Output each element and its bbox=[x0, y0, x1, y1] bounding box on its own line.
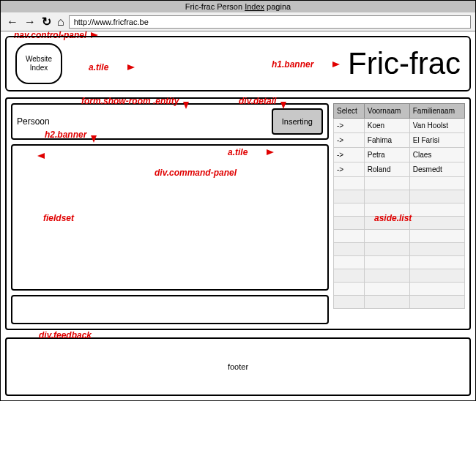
table-row[interactable]: ->PetraClaes bbox=[334, 148, 465, 162]
table-row[interactable]: ->KoenVan Hoolst bbox=[334, 119, 465, 133]
footer: footer bbox=[5, 337, 471, 396]
home-icon[interactable]: ⌂ bbox=[56, 15, 66, 29]
reload-icon[interactable]: ↻ bbox=[40, 15, 53, 29]
div-detail: Persoon Inserting bbox=[11, 103, 329, 324]
th-select: Select bbox=[334, 104, 365, 119]
h2-banner: Persoon bbox=[17, 116, 50, 127]
browser-toolbar: ← → ↻ ⌂ http://www.fricfrac.be bbox=[1, 12, 475, 31]
table-row-empty bbox=[334, 283, 465, 296]
cell-sel: -> bbox=[334, 162, 365, 177]
inserting-button[interactable]: Inserting bbox=[272, 108, 323, 135]
th-first: Voornaam bbox=[364, 104, 409, 119]
div-command-panel: Persoon Inserting bbox=[11, 103, 329, 140]
h1-banner: Fric-frac bbox=[348, 46, 461, 81]
table-row-empty bbox=[334, 296, 465, 309]
fieldset bbox=[11, 144, 329, 291]
th-last: Familienaam bbox=[409, 104, 464, 119]
title-post: pagina bbox=[264, 2, 291, 11]
table-row-empty bbox=[334, 256, 465, 269]
cell-last: Van Hoolst bbox=[409, 119, 464, 133]
browser-title-bar: Fric-frac Person Index pagina bbox=[1, 1, 475, 12]
page-body: nav.control-panel a.tile h1.banner form.… bbox=[1, 31, 475, 400]
back-icon[interactable]: ← bbox=[5, 15, 20, 29]
table-row[interactable]: ->RolandDesmedt bbox=[334, 162, 465, 177]
cell-first: Koen bbox=[364, 119, 409, 133]
table-row-empty bbox=[334, 190, 465, 203]
aside-list: Select Voornaam Familienaam ->KoenVan Ho… bbox=[333, 103, 465, 324]
table-row-empty bbox=[334, 177, 465, 190]
div-feedback bbox=[11, 295, 329, 324]
table-row[interactable]: ->FahimaEl Farisi bbox=[334, 133, 465, 148]
data-table: Select Voornaam Familienaam ->KoenVan Ho… bbox=[333, 103, 465, 309]
cell-last: Claes bbox=[409, 148, 464, 162]
cell-sel: -> bbox=[334, 119, 365, 133]
table-row-empty bbox=[334, 269, 465, 283]
title-underline: Index bbox=[245, 2, 264, 11]
cell-last: El Farisi bbox=[409, 133, 464, 148]
website-index-tile[interactable]: Website Index bbox=[15, 43, 62, 84]
nav-control-panel: Website Index Fric-frac bbox=[5, 36, 471, 91]
cell-first: Fahima bbox=[364, 133, 409, 148]
browser-window: Fric-frac Person Index pagina ← → ↻ ⌂ ht… bbox=[0, 0, 476, 401]
cell-sel: -> bbox=[334, 133, 365, 148]
form-show-room-entity: Persoon Inserting Select Voornaam Famili… bbox=[5, 97, 471, 330]
table-row-empty bbox=[334, 217, 465, 230]
table-row-empty bbox=[334, 243, 465, 256]
cell-last: Desmedt bbox=[409, 162, 464, 177]
table-row-empty bbox=[334, 203, 465, 217]
cell-first: Petra bbox=[364, 148, 409, 162]
cell-sel: -> bbox=[334, 148, 365, 162]
forward-icon[interactable]: → bbox=[23, 15, 37, 29]
url-input[interactable]: http://www.fricfrac.be bbox=[69, 15, 471, 29]
cell-first: Roland bbox=[364, 162, 409, 177]
table-row-empty bbox=[334, 230, 465, 243]
title-pre: Fric-frac Person bbox=[185, 2, 245, 11]
